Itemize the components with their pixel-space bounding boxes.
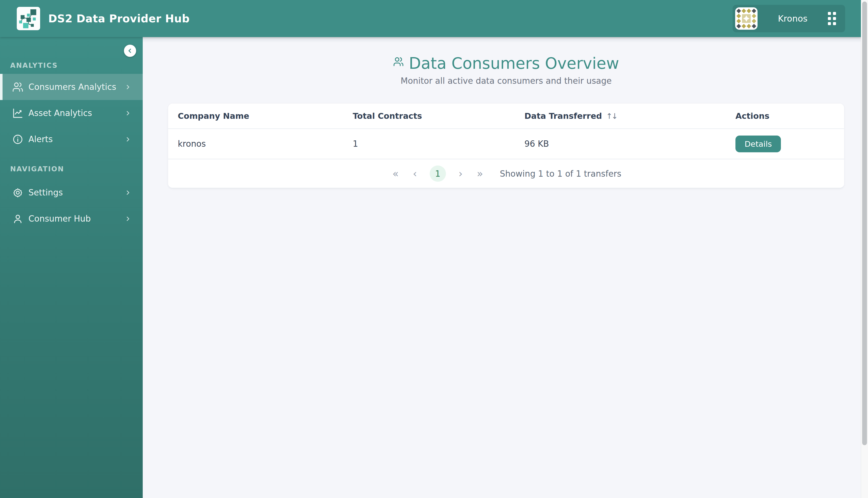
app-logo-icon xyxy=(17,7,40,30)
pagination-next-button[interactable]: › xyxy=(457,169,464,179)
users-icon xyxy=(12,81,23,93)
column-header-total-contracts: Total Contracts xyxy=(343,111,515,121)
sidebar-collapse-button[interactable] xyxy=(124,45,136,57)
pagination-first-button[interactable]: « xyxy=(391,169,400,179)
page-title: Data Consumers Overview xyxy=(409,54,619,72)
top-header-bar: DS2 Data Provider Hub xyxy=(0,0,861,37)
person-icon xyxy=(12,213,23,224)
sidebar-item-label: Asset Analytics xyxy=(28,108,92,118)
sort-icon[interactable]: ↑↓ xyxy=(606,112,617,120)
sidebar-item-consumer-hub[interactable]: Consumer Hub xyxy=(0,206,143,232)
workspace-name: Kronos xyxy=(757,13,828,24)
app-title: DS2 Data Provider Hub xyxy=(48,12,190,25)
chevron-right-icon xyxy=(125,83,131,91)
consumers-table-card: Company Name Total Contracts Data Transf… xyxy=(168,104,844,188)
page-subtitle: Monitor all active data consumers and th… xyxy=(168,76,844,86)
sidebar-section-navigation: NAVIGATION xyxy=(0,165,143,173)
chevron-right-icon xyxy=(125,110,131,117)
sidebar-item-consumers-analytics[interactable]: Consumers Analytics xyxy=(0,74,143,100)
sidebar-item-label: Settings xyxy=(28,187,63,197)
sidebar-item-label: Consumers Analytics xyxy=(28,82,116,92)
column-header-company-name: Company Name xyxy=(168,111,343,121)
chevron-right-icon xyxy=(125,189,131,196)
pagination-last-button[interactable]: » xyxy=(475,169,484,179)
sidebar: ANALYTICS Consumers Analytics Asset Anal… xyxy=(0,37,143,498)
page: DS2 Data Provider Hub xyxy=(0,0,868,498)
table-row: kronos 1 96 KB Details xyxy=(168,129,844,159)
chevron-left-icon xyxy=(127,48,133,54)
scrollbar-thumb[interactable] xyxy=(862,1,867,445)
apps-grid-icon[interactable] xyxy=(828,12,836,25)
workspace-switcher-button[interactable]: Kronos xyxy=(733,5,845,32)
sidebar-section-analytics: ANALYTICS xyxy=(0,62,143,69)
sidebar-item-label: Consumer Hub xyxy=(28,214,91,224)
pagination-page-1[interactable]: 1 xyxy=(430,166,446,182)
sidebar-item-alerts[interactable]: Alerts xyxy=(0,126,143,152)
column-header-data-transferred[interactable]: Data Transferred ↑↓ xyxy=(515,111,726,121)
cell-company-name: kronos xyxy=(168,139,343,149)
cell-total-contracts: 1 xyxy=(343,139,515,149)
workspace-logo-icon xyxy=(735,8,757,30)
chevron-right-icon xyxy=(125,136,131,143)
page-scrollbar[interactable] xyxy=(861,0,868,498)
sidebar-item-settings[interactable]: Settings xyxy=(0,180,143,206)
info-circle-icon xyxy=(12,134,23,145)
sidebar-item-asset-analytics[interactable]: Asset Analytics xyxy=(0,100,143,126)
chart-line-icon xyxy=(12,108,23,119)
gear-icon xyxy=(12,187,23,198)
sidebar-item-label: Alerts xyxy=(28,134,53,144)
cell-data-transferred: 96 KB xyxy=(515,139,726,149)
details-button[interactable]: Details xyxy=(736,135,781,152)
pagination-prev-button[interactable]: ‹ xyxy=(411,169,418,179)
main-content: Data Consumers Overview Monitor all acti… xyxy=(143,37,861,498)
pagination-summary: Showing 1 to 1 of 1 transfers xyxy=(500,169,621,179)
chevron-right-icon xyxy=(125,215,131,222)
users-icon xyxy=(393,56,404,67)
column-header-actions: Actions xyxy=(726,111,844,121)
paginator: « ‹ 1 › » Showing 1 to 1 of 1 transfers xyxy=(168,159,844,188)
table-header-row: Company Name Total Contracts Data Transf… xyxy=(168,104,844,129)
